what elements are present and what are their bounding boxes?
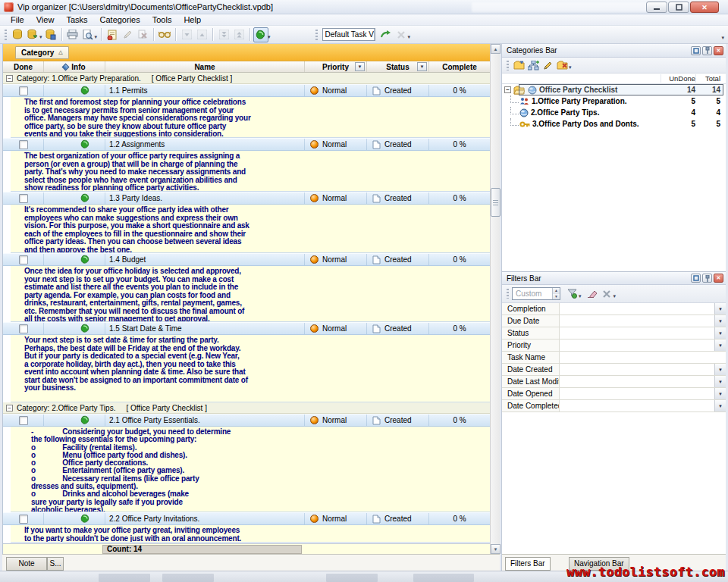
done-checkbox[interactable] xyxy=(19,86,28,95)
task-status[interactable]: Created xyxy=(367,323,429,334)
move-top-icon[interactable] xyxy=(231,27,246,42)
category-tree-item[interactable]: 3.Office Party Dos and Donts.55 xyxy=(502,118,726,130)
filter-dropdown-icon[interactable]: ▼ xyxy=(714,388,726,399)
task-row[interactable]: 2.1 Office Party Essentials.NormalCreate… xyxy=(3,414,490,427)
filter-preset-dropdown[interactable]: ▾ xyxy=(579,293,582,299)
filter-dropdown-icon[interactable]: ▼ xyxy=(714,364,726,375)
filter-value-field[interactable] xyxy=(560,340,714,351)
menu-help[interactable]: Help xyxy=(177,14,207,26)
task-row[interactable]: 1.4 BudgetNormalCreated0 % xyxy=(3,253,490,266)
task-priority[interactable]: Normal xyxy=(305,254,367,265)
filter-value-field[interactable] xyxy=(560,400,714,411)
clear-view-icon[interactable] xyxy=(394,27,409,42)
column-header-status[interactable]: Status▼ xyxy=(367,61,429,72)
task-priority[interactable]: Normal xyxy=(305,192,367,204)
filter-preset-icon[interactable] xyxy=(565,287,579,301)
open-database-icon[interactable] xyxy=(25,27,40,42)
menu-file[interactable]: File xyxy=(5,14,30,26)
task-priority[interactable]: Normal xyxy=(305,513,367,524)
done-checkbox[interactable] xyxy=(19,324,28,333)
column-header-undone[interactable]: UnDone xyxy=(661,74,695,83)
task-list-scrollbar[interactable]: ▲ ▼ xyxy=(490,44,500,554)
column-header-info[interactable]: Info xyxy=(44,61,105,72)
task-status[interactable]: Created xyxy=(367,139,429,150)
task-row[interactable]: 2.2 Office Party Invitations.NormalCreat… xyxy=(3,512,490,525)
filter-dropdown-icon[interactable]: ▼ xyxy=(714,376,726,387)
column-header-done[interactable]: Done xyxy=(3,61,44,72)
task-view-icon[interactable] xyxy=(253,27,268,42)
filter-dropdown-icon[interactable]: ▼ xyxy=(714,327,726,339)
task-priority[interactable]: Normal xyxy=(305,139,367,150)
filter-value-field[interactable] xyxy=(560,364,714,375)
task-name[interactable]: 1.4 Budget xyxy=(105,254,305,265)
done-checkbox[interactable] xyxy=(19,140,28,149)
maximize-button[interactable] xyxy=(668,2,689,13)
menu-categories[interactable]: Categories xyxy=(94,14,146,26)
filters-close-icon[interactable]: ✕ xyxy=(714,274,723,283)
delete-category-icon[interactable] xyxy=(555,58,570,72)
move-down-icon[interactable] xyxy=(179,27,194,42)
toolbar-grip[interactable] xyxy=(507,289,509,299)
column-header-priority[interactable]: Priority▼ xyxy=(305,61,367,72)
categories-restore-icon[interactable] xyxy=(691,46,701,55)
status-filter-dropdown[interactable]: ▼ xyxy=(417,62,427,71)
filter-value-field[interactable] xyxy=(560,388,714,399)
menu-view[interactable]: View xyxy=(30,14,61,26)
categories-toolbar-dropdown[interactable]: ▾ xyxy=(569,64,572,70)
category-tree-item[interactable]: 1.Office Party Preparation.55 xyxy=(502,95,726,107)
task-row[interactable]: 1.1 PermitsNormalCreated0 % xyxy=(3,84,490,97)
task-row[interactable]: 1.3 Party Ideas.NormalCreated0 % xyxy=(3,192,490,205)
new-database-icon[interactable] xyxy=(10,27,25,42)
category-group-row[interactable]: −Category: 2.Office Party Tips.[ Office … xyxy=(3,402,490,414)
print-icon[interactable] xyxy=(65,27,80,42)
filters-toolbar-dropdown[interactable]: ▾ xyxy=(613,293,617,299)
task-view-combobox[interactable]: Default Task V ▲▼ xyxy=(322,28,375,41)
filter-dropdown-icon[interactable]: ▼ xyxy=(714,303,726,314)
scroll-down-icon[interactable]: ▼ xyxy=(491,544,500,554)
task-priority[interactable]: Normal xyxy=(305,415,367,426)
toolbar-grip[interactable] xyxy=(507,61,509,70)
task-name[interactable]: 2.1 Office Party Essentials. xyxy=(105,415,305,426)
done-checkbox[interactable] xyxy=(19,194,28,203)
filter-value-field[interactable] xyxy=(560,315,714,327)
filters-restore-icon[interactable] xyxy=(691,274,701,283)
filter-value-field[interactable] xyxy=(560,327,714,339)
add-category-icon[interactable] xyxy=(512,58,526,72)
task-row[interactable]: 1.5 Start Date & TimeNormalCreated0 % xyxy=(3,322,490,335)
move-up-icon[interactable] xyxy=(194,27,209,42)
erase-filter-icon[interactable] xyxy=(585,287,600,301)
done-checkbox[interactable] xyxy=(19,416,28,425)
task-name[interactable]: 1.1 Permits xyxy=(105,85,305,96)
task-name[interactable]: 1.5 Start Date & Time xyxy=(105,323,305,334)
group-by-category-chip[interactable]: Category △ xyxy=(15,46,69,59)
filter-preset-spinner[interactable]: ▲▼ xyxy=(552,288,560,299)
collapse-icon[interactable]: − xyxy=(504,86,511,93)
print-preview-dropdown[interactable]: ▾ xyxy=(95,34,98,40)
save-database-icon[interactable] xyxy=(43,27,58,42)
priority-filter-dropdown[interactable]: ▼ xyxy=(355,62,365,71)
task-name[interactable]: 2.2 Office Party Invitations. xyxy=(105,513,305,524)
task-priority[interactable]: Normal xyxy=(305,85,367,96)
tab-filters-bar[interactable]: Filters Bar xyxy=(505,557,551,571)
task-name[interactable]: 1.3 Party Ideas. xyxy=(105,192,305,204)
filter-value-field[interactable] xyxy=(560,352,726,363)
collapse-icon[interactable]: − xyxy=(6,405,13,411)
task-view-dropdown[interactable]: ▾ xyxy=(268,34,271,40)
task-status[interactable]: Created xyxy=(367,415,429,426)
task-status[interactable]: Created xyxy=(367,513,429,524)
menu-tools[interactable]: Tools xyxy=(146,14,178,26)
clear-filter-icon[interactable] xyxy=(600,287,614,301)
toolbar-overflow-icon[interactable]: ▾ xyxy=(721,35,724,41)
tab-note[interactable]: Note xyxy=(6,557,47,571)
categories-pin-icon[interactable] xyxy=(702,46,712,55)
toolbar-grip[interactable] xyxy=(5,30,7,40)
task-status[interactable]: Created xyxy=(367,85,429,96)
delete-task-icon[interactable] xyxy=(135,27,150,42)
minimize-button[interactable] xyxy=(646,2,667,13)
column-header-name[interactable]: Name xyxy=(105,61,305,72)
task-row[interactable]: 1.2 AssignmentsNormalCreated0 % xyxy=(3,138,490,151)
column-header-complete[interactable]: Complete xyxy=(429,61,490,72)
task-status[interactable]: Created xyxy=(367,192,429,204)
tab-subtasks[interactable]: S... xyxy=(47,557,64,571)
close-button[interactable]: ✕ xyxy=(690,2,719,13)
